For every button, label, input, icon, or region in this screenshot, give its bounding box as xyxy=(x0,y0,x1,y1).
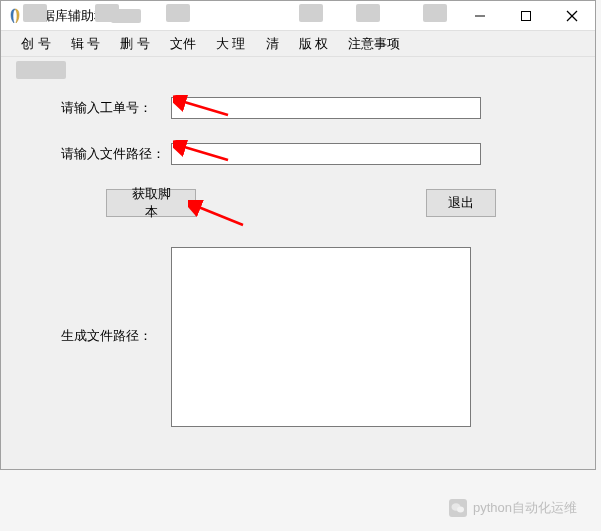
svg-rect-1 xyxy=(522,11,531,20)
button-row: 获取脚本 退出 xyxy=(61,189,565,217)
path-row: 请输入文件路径： xyxy=(61,143,565,165)
svg-point-11 xyxy=(457,507,464,513)
maximize-button[interactable] xyxy=(503,1,549,30)
window-title: 数据库辅助程序 xyxy=(29,7,457,25)
order-label: 请输入工单号： xyxy=(61,99,171,117)
menu-item-0[interactable]: 创 号 xyxy=(11,32,61,56)
close-button[interactable] xyxy=(549,1,595,30)
menu-item-5[interactable]: 清 xyxy=(256,32,289,56)
wechat-icon xyxy=(449,499,467,517)
minimize-button[interactable] xyxy=(457,1,503,30)
get-script-button[interactable]: 获取脚本 xyxy=(106,189,196,217)
menu-item-2[interactable]: 删 号 xyxy=(110,32,160,56)
path-input[interactable] xyxy=(171,143,481,165)
exit-button[interactable]: 退出 xyxy=(426,189,496,217)
menu-item-4[interactable]: 大 理 xyxy=(206,32,256,56)
menu-item-6[interactable]: 版 权 xyxy=(289,32,339,56)
output-label: 生成文件路径： xyxy=(61,247,171,345)
content-area: 请输入工单号： 请输入文件路径： 获取脚本 退出 生成文件路径： xyxy=(1,57,595,447)
output-box xyxy=(171,247,471,427)
watermark: python自动化运维 xyxy=(449,499,577,517)
output-row: 生成文件路径： xyxy=(61,247,565,427)
app-window: 数据库辅助程序 创 号 辑 号 删 号 文件 大 理 清 版 权 注意事项 xyxy=(0,0,596,470)
window-controls xyxy=(457,1,595,30)
menu-item-7[interactable]: 注意事项 xyxy=(338,32,410,56)
menu-item-3[interactable]: 文件 xyxy=(160,32,206,56)
app-icon xyxy=(7,8,23,24)
path-label: 请输入文件路径： xyxy=(61,145,171,163)
menubar: 创 号 辑 号 删 号 文件 大 理 清 版 权 注意事项 xyxy=(1,31,595,57)
order-input[interactable] xyxy=(171,97,481,119)
watermark-text: python自动化运维 xyxy=(473,499,577,517)
titlebar: 数据库辅助程序 xyxy=(1,1,595,31)
menu-item-1[interactable]: 辑 号 xyxy=(61,32,111,56)
order-row: 请输入工单号： xyxy=(61,97,565,119)
